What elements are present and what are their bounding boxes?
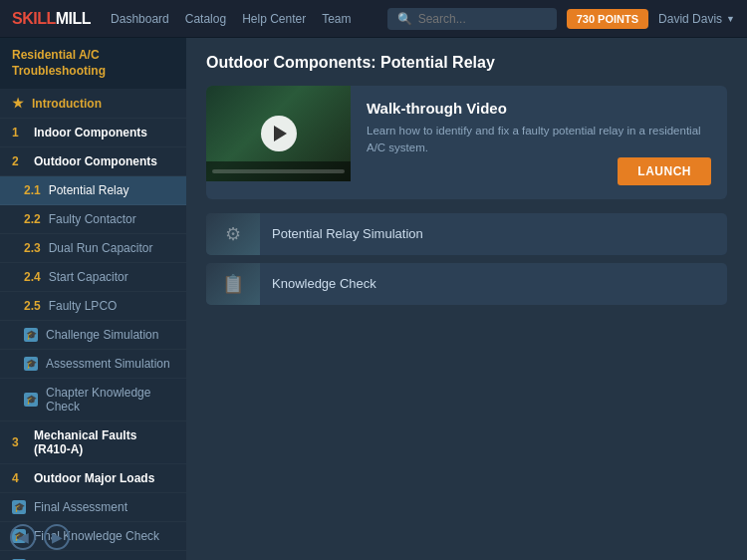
section-num: 4 xyxy=(12,471,26,485)
sidebar-item-label: Outdoor Major Loads xyxy=(34,471,154,485)
sidebar-item-indoor-components[interactable]: 1 Indoor Components xyxy=(0,119,186,147)
play-triangle-icon xyxy=(274,126,287,141)
sidebar-item-label: Introduction xyxy=(32,97,102,111)
sidebar-item-mech-faults[interactable]: 3 Mechanical Faults (R410-A) xyxy=(0,421,186,464)
sidebar-item-course-feedback[interactable]: 👍 Course Feedback ✓ xyxy=(0,551,186,560)
sub-num: 2.4 xyxy=(24,270,41,284)
video-card: Walk-through Video Learn how to identify… xyxy=(206,86,727,199)
section-num: 2 xyxy=(12,154,26,168)
star-icon: ★ xyxy=(12,96,24,111)
sidebar-item-outdoor-loads[interactable]: 4 Outdoor Major Loads xyxy=(0,464,186,493)
video-thumbnail[interactable] xyxy=(206,86,351,181)
video-info-top: Walk-through Video Learn how to identify… xyxy=(367,100,711,157)
sidebar-item-start-cap[interactable]: 2.4 Start Capacitor xyxy=(0,263,186,292)
nav-help-center[interactable]: Help Center xyxy=(242,12,306,26)
sidebar-item-label: Faulty LPCO xyxy=(49,299,118,313)
search-bar[interactable]: 🔍 xyxy=(387,8,557,30)
prev-button[interactable]: ◀ xyxy=(10,524,36,550)
cap-icon: 🎓 xyxy=(24,328,38,342)
play-button[interactable] xyxy=(261,116,297,151)
sidebar-item-label: Assessment Simulation xyxy=(46,357,170,371)
video-description: Learn how to identify and fix a faulty p… xyxy=(367,123,711,157)
sidebar-item-assessment-sim[interactable]: 🎓 Assessment Simulation xyxy=(0,350,186,379)
nav-links: Dashboard Catalog Help Center Team xyxy=(111,12,387,26)
sidebar-item-label: Faulty Contactor xyxy=(49,212,136,226)
knowledge-thumbnail: 📋 xyxy=(206,263,260,305)
sidebar-item-label: Outdoor Components xyxy=(34,154,157,168)
sidebar-item-faulty-lpco[interactable]: 2.5 Faulty LPCO xyxy=(0,292,186,321)
user-menu[interactable]: David Davis ▼ xyxy=(658,12,735,26)
sidebar-item-label: Start Capacitor xyxy=(49,270,128,284)
sidebar-item-potential-relay[interactable]: 2.1 Potential Relay xyxy=(0,176,186,205)
content-list: ⚙ Potential Relay Simulation 📋 Knowledge… xyxy=(206,213,727,305)
sidebar-item-dual-run-cap[interactable]: 2.3 Dual Run Capacitor xyxy=(0,234,186,263)
progress-bar-container xyxy=(206,161,351,181)
sub-num: 2.1 xyxy=(24,183,41,197)
list-item-simulation[interactable]: ⚙ Potential Relay Simulation xyxy=(206,213,727,255)
sidebar-item-outdoor-components[interactable]: 2 Outdoor Components xyxy=(0,147,186,176)
brand-logo: SKILLMILL xyxy=(12,10,91,28)
section-num: 1 xyxy=(12,126,26,140)
video-title: Walk-through Video xyxy=(367,100,711,117)
sidebar: Residential A/C Troubleshooting ★ Introd… xyxy=(0,38,186,560)
list-item-knowledge-check[interactable]: 📋 Knowledge Check xyxy=(206,263,727,305)
sub-num: 2.3 xyxy=(24,241,41,255)
page-title: Outdoor Components: Potential Relay xyxy=(206,54,727,72)
sidebar-item-final-assessment[interactable]: 🎓 Final Assessment xyxy=(0,493,186,522)
sub-num: 2.2 xyxy=(24,212,41,226)
cap-icon: 🎓 xyxy=(24,393,38,407)
list-item-label: Potential Relay Simulation xyxy=(272,226,423,241)
launch-button[interactable]: LAUNCH xyxy=(618,157,711,185)
sidebar-item-label: Mechanical Faults (R410-A) xyxy=(34,428,174,456)
course-title: Residential A/C Troubleshooting xyxy=(0,38,186,89)
sidebar-item-chapter-check[interactable]: 🎓 Chapter Knowledge Check xyxy=(0,379,186,421)
main-content: Outdoor Components: Potential Relay Walk… xyxy=(186,38,747,560)
bottom-navigation: ◀ ▶ xyxy=(10,524,70,550)
video-info: Walk-through Video Learn how to identify… xyxy=(351,86,727,199)
cap-icon: 🎓 xyxy=(12,500,26,514)
section-num: 3 xyxy=(12,435,26,449)
next-button[interactable]: ▶ xyxy=(44,524,70,550)
user-caret-icon: ▼ xyxy=(726,14,735,24)
sidebar-item-label: Indoor Components xyxy=(34,126,147,140)
points-badge: 730 POINTS xyxy=(567,9,648,29)
sidebar-item-label: Challenge Simulation xyxy=(46,328,158,342)
sidebar-item-faulty-contactor[interactable]: 2.2 Faulty Contactor xyxy=(0,205,186,234)
search-icon: 🔍 xyxy=(397,12,412,26)
main-layout: Residential A/C Troubleshooting ★ Introd… xyxy=(0,38,747,560)
list-item-label: Knowledge Check xyxy=(272,276,376,291)
user-name-label: David Davis xyxy=(658,12,722,26)
nav-team[interactable]: Team xyxy=(322,12,351,26)
sidebar-item-label: Dual Run Capacitor xyxy=(49,241,153,255)
simulation-thumbnail: ⚙ xyxy=(206,213,260,255)
sidebar-item-challenge-sim[interactable]: 🎓 Challenge Simulation xyxy=(0,321,186,350)
sidebar-item-label: Chapter Knowledge Check xyxy=(46,386,174,414)
sub-num: 2.5 xyxy=(24,299,41,313)
top-navigation: SKILLMILL Dashboard Catalog Help Center … xyxy=(0,0,747,38)
nav-dashboard[interactable]: Dashboard xyxy=(111,12,169,26)
nav-catalog[interactable]: Catalog xyxy=(185,12,226,26)
progress-bar xyxy=(212,169,345,173)
search-input[interactable] xyxy=(418,12,548,26)
cap-icon: 🎓 xyxy=(24,357,38,371)
sidebar-item-introduction[interactable]: ★ Introduction xyxy=(0,89,186,119)
sidebar-item-label: Final Assessment xyxy=(34,500,127,514)
sidebar-item-label: Potential Relay xyxy=(49,183,129,197)
